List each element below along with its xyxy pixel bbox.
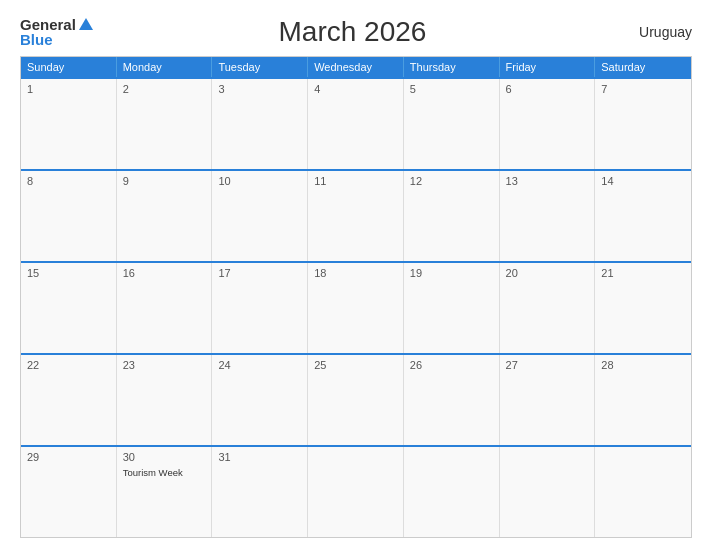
- day-cell: 11: [308, 171, 404, 261]
- day-cell: 6: [500, 79, 596, 169]
- calendar-page: General Blue March 2026 Uruguay SundayMo…: [0, 0, 712, 550]
- day-cell: 13: [500, 171, 596, 261]
- day-cell: 15: [21, 263, 117, 353]
- day-cell: 9: [117, 171, 213, 261]
- days-header: SundayMondayTuesdayWednesdayThursdayFrid…: [21, 57, 691, 77]
- day-number: 10: [218, 175, 301, 187]
- day-cell: [404, 447, 500, 537]
- day-number: 21: [601, 267, 685, 279]
- day-number: 15: [27, 267, 110, 279]
- day-cell: [500, 447, 596, 537]
- day-number: 23: [123, 359, 206, 371]
- day-cell: 30Tourism Week: [117, 447, 213, 537]
- day-number: 12: [410, 175, 493, 187]
- day-cell: 16: [117, 263, 213, 353]
- day-number: 28: [601, 359, 685, 371]
- day-number: 31: [218, 451, 301, 463]
- calendar-title: March 2026: [93, 16, 612, 48]
- day-number: 7: [601, 83, 685, 95]
- day-number: 22: [27, 359, 110, 371]
- day-cell: 27: [500, 355, 596, 445]
- day-cell: 7: [595, 79, 691, 169]
- day-cell: 5: [404, 79, 500, 169]
- logo-triangle-icon: [79, 18, 93, 30]
- day-header-saturday: Saturday: [595, 57, 691, 77]
- day-cell: 1: [21, 79, 117, 169]
- logo: General Blue: [20, 17, 93, 47]
- day-header-monday: Monday: [117, 57, 213, 77]
- day-number: 19: [410, 267, 493, 279]
- day-header-tuesday: Tuesday: [212, 57, 308, 77]
- country-label: Uruguay: [612, 24, 692, 40]
- day-number: 1: [27, 83, 110, 95]
- day-number: 3: [218, 83, 301, 95]
- week-row-4: 22232425262728: [21, 353, 691, 445]
- calendar-grid: SundayMondayTuesdayWednesdayThursdayFrid…: [20, 56, 692, 538]
- day-cell: 22: [21, 355, 117, 445]
- day-cell: 28: [595, 355, 691, 445]
- header: General Blue March 2026 Uruguay: [20, 16, 692, 48]
- day-number: 13: [506, 175, 589, 187]
- week-row-1: 1234567: [21, 77, 691, 169]
- day-cell: 18: [308, 263, 404, 353]
- day-cell: 25: [308, 355, 404, 445]
- day-number: 25: [314, 359, 397, 371]
- week-row-3: 15161718192021: [21, 261, 691, 353]
- day-cell: 23: [117, 355, 213, 445]
- day-number: 14: [601, 175, 685, 187]
- day-cell: 3: [212, 79, 308, 169]
- week-row-2: 891011121314: [21, 169, 691, 261]
- day-number: 2: [123, 83, 206, 95]
- day-cell: 14: [595, 171, 691, 261]
- day-cell: 26: [404, 355, 500, 445]
- day-cell: 21: [595, 263, 691, 353]
- day-cell: 4: [308, 79, 404, 169]
- weeks-container: 1234567891011121314151617181920212223242…: [21, 77, 691, 537]
- day-number: 4: [314, 83, 397, 95]
- day-number: 18: [314, 267, 397, 279]
- event-label: Tourism Week: [123, 467, 206, 478]
- day-header-sunday: Sunday: [21, 57, 117, 77]
- day-cell: 29: [21, 447, 117, 537]
- day-number: 11: [314, 175, 397, 187]
- day-number: 9: [123, 175, 206, 187]
- day-number: 26: [410, 359, 493, 371]
- day-cell: [595, 447, 691, 537]
- day-number: 24: [218, 359, 301, 371]
- day-cell: 31: [212, 447, 308, 537]
- day-cell: 10: [212, 171, 308, 261]
- day-header-wednesday: Wednesday: [308, 57, 404, 77]
- day-number: 27: [506, 359, 589, 371]
- day-number: 17: [218, 267, 301, 279]
- day-number: 30: [123, 451, 206, 463]
- day-number: 6: [506, 83, 589, 95]
- day-number: 5: [410, 83, 493, 95]
- day-cell: 8: [21, 171, 117, 261]
- day-header-friday: Friday: [500, 57, 596, 77]
- week-row-5: 2930Tourism Week31: [21, 445, 691, 537]
- day-cell: 2: [117, 79, 213, 169]
- day-cell: [308, 447, 404, 537]
- day-header-thursday: Thursday: [404, 57, 500, 77]
- day-number: 20: [506, 267, 589, 279]
- day-cell: 24: [212, 355, 308, 445]
- day-cell: 12: [404, 171, 500, 261]
- day-number: 29: [27, 451, 110, 463]
- logo-general-text: General: [20, 17, 76, 32]
- day-number: 16: [123, 267, 206, 279]
- day-number: 8: [27, 175, 110, 187]
- logo-blue-text: Blue: [20, 32, 53, 47]
- day-cell: 17: [212, 263, 308, 353]
- day-cell: 20: [500, 263, 596, 353]
- day-cell: 19: [404, 263, 500, 353]
